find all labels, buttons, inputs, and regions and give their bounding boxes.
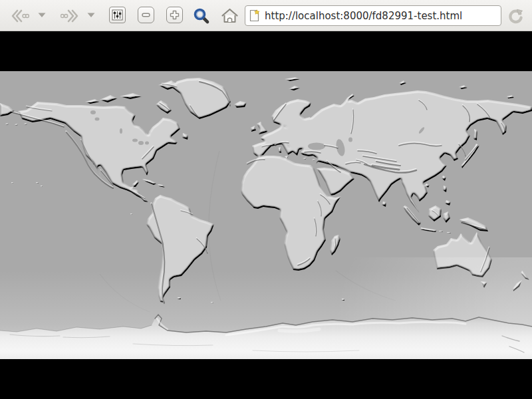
forward-double-arrow-icon <box>61 9 79 23</box>
search-button[interactable] <box>193 7 210 25</box>
panel-button[interactable] <box>109 7 126 23</box>
forward-history-button[interactable] <box>86 12 96 18</box>
magnifier-icon <box>193 7 210 25</box>
galapagos <box>130 213 132 215</box>
lake-superior <box>132 139 138 142</box>
minus-icon <box>140 9 152 21</box>
reload-circular-arrow-icon <box>507 7 525 25</box>
dropdown-arrow-icon <box>86 12 96 18</box>
back-double-arrow-icon <box>11 9 29 23</box>
back-history-button[interactable] <box>37 12 47 18</box>
black-sea <box>308 143 325 150</box>
zoom-in-button[interactable] <box>166 7 183 23</box>
dropdown-arrow-icon <box>37 12 47 18</box>
browser-window <box>0 0 532 399</box>
page-with-star-icon <box>249 9 260 22</box>
sliders-icon <box>112 9 123 21</box>
forward-button[interactable] <box>61 9 79 23</box>
sakhalin <box>473 129 477 140</box>
reload-button[interactable] <box>507 7 525 25</box>
lake-michigan-huron <box>138 141 144 145</box>
lake-erie-ontario <box>145 142 149 145</box>
great-bear-lake <box>90 110 96 114</box>
plus-icon <box>169 9 180 21</box>
world-relief-map <box>0 71 532 359</box>
page-content <box>0 31 532 399</box>
great-slave-lake <box>95 118 100 121</box>
house-icon <box>221 8 238 24</box>
back-button[interactable] <box>11 9 29 23</box>
browser-toolbar <box>0 0 532 31</box>
home-button[interactable] <box>221 8 238 24</box>
zoom-out-button[interactable] <box>138 7 154 23</box>
aral-sea <box>348 138 352 142</box>
address-input[interactable] <box>265 10 497 22</box>
lake-winnipeg <box>120 128 122 134</box>
pacific-islet <box>11 182 13 184</box>
address-bar[interactable] <box>245 5 501 26</box>
